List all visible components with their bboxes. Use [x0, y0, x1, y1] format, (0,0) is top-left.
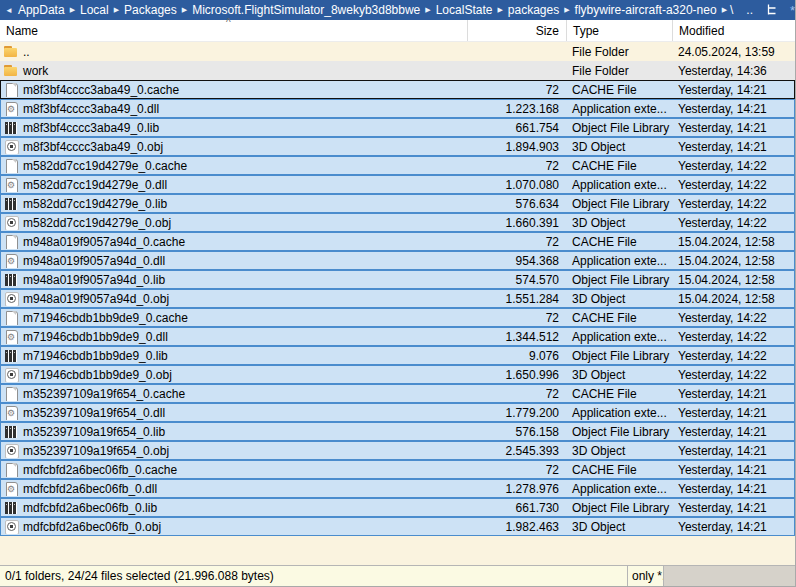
breadcrumb-item[interactable]: LocalState: [434, 3, 495, 17]
file-row[interactable]: mdfcbfd2a6bec06fb_0.dll 1.278.976 Applic…: [0, 479, 795, 498]
branch-view-icon[interactable]: [766, 4, 777, 16]
file-type: Object File Library: [566, 501, 672, 515]
file-size: 1.070.080: [467, 178, 566, 192]
column-header-modified[interactable]: Modified: [672, 20, 795, 41]
file-row[interactable]: m352397109a19f654_0.obj 2.545.393 3D Obj…: [0, 441, 795, 460]
file-modified: Yesterday, 14:22: [672, 368, 795, 382]
file-modified: Yesterday, 14:22: [672, 159, 795, 173]
file-row[interactable]: work File Folder Yesterday, 14:36: [0, 61, 795, 80]
file-row[interactable]: m948a019f9057a94d_0.dll 954.368 Applicat…: [0, 251, 795, 270]
breadcrumb-separator-icon[interactable]: ▶: [497, 6, 502, 14]
breadcrumb-item[interactable]: Packages: [122, 3, 179, 17]
file-modified: Yesterday, 14:36: [672, 64, 795, 78]
file-modified: Yesterday, 14:21: [672, 406, 795, 420]
breadcrumb-item[interactable]: AppData: [16, 3, 67, 17]
breadcrumb-item[interactable]: packages: [506, 3, 561, 17]
file-type: CACHE File: [566, 83, 672, 97]
column-header-size[interactable]: Size: [467, 20, 566, 41]
file-modified: Yesterday, 14:22: [672, 216, 795, 230]
breadcrumb-separator-icon[interactable]: ▶: [114, 6, 119, 14]
file-type: CACHE File: [566, 387, 672, 401]
breadcrumb-separator-icon[interactable]: ▶: [70, 6, 75, 14]
file-name: m948a019f9057a94d_0.cache: [23, 235, 185, 249]
filter-indicator[interactable]: only *.*: [627, 566, 663, 586]
file-row[interactable]: m8f3bf4cccc3aba49_0.dll 1.223.168 Applic…: [0, 99, 795, 118]
file-name: m948a019f9057a94d_0.lib: [23, 273, 165, 287]
file-row[interactable]: mdfcbfd2a6bec06fb_0.obj 1.982.463 3D Obj…: [0, 517, 795, 536]
file-name-cell: work: [0, 64, 467, 78]
breadcrumb-separator-icon[interactable]: ▶: [425, 6, 430, 14]
breadcrumb-item[interactable]: Local: [78, 3, 111, 17]
file-modified: 15.04.2024, 12:58: [672, 235, 795, 249]
file-type: Application exte...: [566, 330, 672, 344]
file-modified: Yesterday, 14:21: [672, 121, 795, 135]
obj-file-icon: [4, 444, 19, 458]
file-name: mdfcbfd2a6bec06fb_0.lib: [23, 501, 157, 515]
dll-file-icon: [4, 330, 19, 344]
file-name-cell: m352397109a19f654_0.cache: [0, 387, 467, 401]
file-name: m948a019f9057a94d_0.dll: [23, 254, 165, 268]
file-name-cell: mdfcbfd2a6bec06fb_0.obj: [0, 520, 467, 534]
lib-file-icon: [4, 425, 19, 439]
file-manager-window: ◄ AppData▶Local▶Packages▶Microsoft.Fligh…: [0, 0, 796, 587]
file-name: m582dd7cc19d4279e_0.dll: [23, 178, 167, 192]
file-row[interactable]: m582dd7cc19d4279e_0.cache 72 CACHE File …: [0, 156, 795, 175]
file-row[interactable]: m352397109a19f654_0.cache 72 CACHE File …: [0, 384, 795, 403]
file-row[interactable]: m71946cbdb1bb9de9_0.lib 9.076 Object Fil…: [0, 346, 795, 365]
file-list: .. File Folder 24.05.2024, 13:59 work Fi…: [0, 42, 795, 536]
file-row[interactable]: m582dd7cc19d4279e_0.dll 1.070.080 Applic…: [0, 175, 795, 194]
file-type: Object File Library: [566, 197, 672, 211]
file-modified: 15.04.2024, 12:58: [672, 254, 795, 268]
cache-file-icon: [4, 387, 19, 401]
file-row[interactable]: m8f3bf4cccc3aba49_0.lib 661.754 Object F…: [0, 118, 795, 137]
breadcrumb-separator-icon[interactable]: ▶: [722, 6, 727, 14]
file-size: 1.650.996: [467, 368, 566, 382]
root-shortcut-button[interactable]: \: [730, 3, 733, 17]
file-size: 576.158: [467, 425, 566, 439]
file-name-cell: m8f3bf4cccc3aba49_0.dll: [0, 102, 467, 116]
breadcrumb-item[interactable]: flybywire-aircraft-a320-neo: [573, 3, 719, 17]
obj-file-icon: [4, 292, 19, 306]
file-row[interactable]: m948a019f9057a94d_0.cache 72 CACHE File …: [0, 232, 795, 251]
file-name: m8f3bf4cccc3aba49_0.obj: [23, 140, 163, 154]
file-row[interactable]: m71946cbdb1bb9de9_0.obj 1.650.996 3D Obj…: [0, 365, 795, 384]
lib-file-icon: [4, 197, 19, 211]
sort-ascending-icon: ^: [226, 17, 231, 28]
column-header-type[interactable]: Type: [566, 20, 672, 41]
file-size: 576.634: [467, 197, 566, 211]
file-name-cell: m948a019f9057a94d_0.dll: [0, 254, 467, 268]
back-arrow-icon[interactable]: ◄: [5, 6, 13, 15]
file-modified: 15.04.2024, 12:58: [672, 273, 795, 287]
folder-icon: [4, 64, 19, 78]
file-name: m8f3bf4cccc3aba49_0.lib: [23, 121, 159, 135]
column-header-row: ^ Name Size Type Modified: [0, 20, 795, 42]
breadcrumb-item[interactable]: Microsoft.FlightSimulator_8wekyb3d8bbwe: [190, 3, 422, 17]
file-name: m8f3bf4cccc3aba49_0.cache: [23, 83, 179, 97]
file-name: m352397109a19f654_0.lib: [23, 425, 165, 439]
file-row[interactable]: m8f3bf4cccc3aba49_0.cache 72 CACHE File …: [0, 80, 795, 99]
breadcrumb-separator-icon[interactable]: ▶: [182, 6, 187, 14]
file-row[interactable]: mdfcbfd2a6bec06fb_0.lib 661.730 Object F…: [0, 498, 795, 517]
parent-shortcut-button[interactable]: ..: [746, 3, 753, 17]
file-size: 72: [467, 387, 566, 401]
file-row[interactable]: m948a019f9057a94d_0.lib 574.570 Object F…: [0, 270, 795, 289]
file-type: Application exte...: [566, 102, 672, 116]
file-name: m948a019f9057a94d_0.obj: [23, 292, 169, 306]
breadcrumb-separator-icon[interactable]: ▶: [564, 6, 569, 14]
file-row[interactable]: mdfcbfd2a6bec06fb_0.cache 72 CACHE File …: [0, 460, 795, 479]
file-row[interactable]: m352397109a19f654_0.lib 576.158 Object F…: [0, 422, 795, 441]
file-row[interactable]: .. File Folder 24.05.2024, 13:59: [0, 42, 795, 61]
file-row[interactable]: m352397109a19f654_0.dll 1.779.200 Applic…: [0, 403, 795, 422]
file-name: m352397109a19f654_0.dll: [23, 406, 165, 420]
favorites-button[interactable]: *: [790, 3, 795, 18]
column-header-name[interactable]: Name: [0, 24, 467, 38]
file-row[interactable]: m71946cbdb1bb9de9_0.dll 1.344.512 Applic…: [0, 327, 795, 346]
folder-icon: [4, 45, 19, 59]
file-size: 72: [467, 463, 566, 477]
file-row[interactable]: m8f3bf4cccc3aba49_0.obj 1.894.903 3D Obj…: [0, 137, 795, 156]
lib-file-icon: [4, 273, 19, 287]
file-row[interactable]: m582dd7cc19d4279e_0.obj 1.660.391 3D Obj…: [0, 213, 795, 232]
file-row[interactable]: m582dd7cc19d4279e_0.lib 576.634 Object F…: [0, 194, 795, 213]
file-row[interactable]: m71946cbdb1bb9de9_0.cache 72 CACHE File …: [0, 308, 795, 327]
file-row[interactable]: m948a019f9057a94d_0.obj 1.551.284 3D Obj…: [0, 289, 795, 308]
